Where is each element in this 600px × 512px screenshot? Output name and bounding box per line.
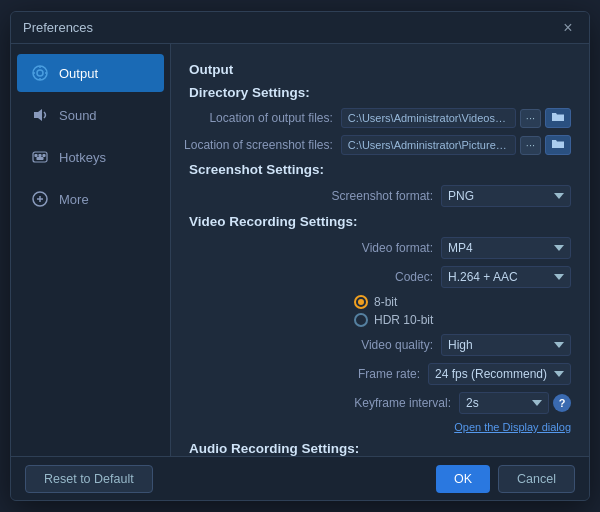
output-files-row: Location of output files: C:\Users\Admin… bbox=[189, 108, 571, 128]
screenshot-dots-button[interactable]: ··· bbox=[520, 136, 541, 155]
video-quality-label: Video quality: bbox=[283, 338, 433, 352]
screenshot-format-select[interactable]: PNG JPG BMP bbox=[441, 185, 571, 207]
sidebar: Output Sound bbox=[11, 44, 171, 456]
preferences-dialog: Preferences × Output bbox=[10, 11, 590, 501]
svg-marker-6 bbox=[34, 109, 42, 121]
video-quality-row: Video quality: High Medium Low bbox=[189, 334, 571, 356]
main-content: Output Sound bbox=[11, 44, 589, 456]
sidebar-item-sound[interactable]: Sound bbox=[17, 96, 164, 134]
keyframe-value: 2s 5s 10s ? bbox=[459, 392, 571, 414]
ok-button[interactable]: OK bbox=[436, 465, 490, 493]
screenshot-path-field: C:\Users\Administrator\Pictures\Ar bbox=[341, 135, 516, 155]
screenshot-format-row: Screenshot format: PNG JPG BMP bbox=[189, 185, 571, 207]
svg-rect-10 bbox=[43, 155, 45, 157]
screenshot-folder-button[interactable] bbox=[545, 135, 571, 155]
output-files-label: Location of output files: bbox=[183, 111, 333, 125]
sidebar-item-hotkeys[interactable]: Hotkeys bbox=[17, 138, 164, 176]
framerate-value: 24 fps (Recommend) 30 fps 60 fps bbox=[428, 363, 571, 385]
framerate-row: Frame rate: 24 fps (Recommend) 30 fps 60… bbox=[189, 363, 571, 385]
8bit-radio[interactable] bbox=[354, 295, 368, 309]
8bit-radio-row[interactable]: 8-bit bbox=[354, 295, 571, 309]
sidebar-sound-label: Sound bbox=[59, 108, 97, 123]
hdr-label: HDR 10-bit bbox=[374, 313, 433, 327]
screenshot-files-label: Location of screenshot files: bbox=[183, 138, 333, 152]
output-path-field: C:\Users\Administrator\Videos\Am bbox=[341, 108, 516, 128]
keyframe-label: Keyframe interval: bbox=[301, 396, 451, 410]
sidebar-more-label: More bbox=[59, 192, 89, 207]
keyframe-help-icon[interactable]: ? bbox=[553, 394, 571, 412]
display-dialog-link[interactable]: Open the Display dialog bbox=[189, 421, 571, 433]
output-files-value: C:\Users\Administrator\Videos\Am ··· bbox=[341, 108, 571, 128]
framerate-select[interactable]: 24 fps (Recommend) 30 fps 60 fps bbox=[428, 363, 571, 385]
video-section-title: Video Recording Settings: bbox=[189, 214, 571, 229]
dialog-title: Preferences bbox=[23, 20, 93, 35]
sidebar-output-label: Output bbox=[59, 66, 98, 81]
video-format-value: MP4 AVI MOV MKV bbox=[441, 237, 571, 259]
framerate-label: Frame rate: bbox=[270, 367, 420, 381]
close-button[interactable]: × bbox=[559, 19, 577, 37]
sound-icon bbox=[31, 106, 49, 124]
screenshot-section-title: Screenshot Settings: bbox=[189, 162, 571, 177]
output-folder-button[interactable] bbox=[545, 108, 571, 128]
bit-depth-group: 8-bit HDR 10-bit bbox=[354, 295, 571, 327]
screenshot-files-row: Location of screenshot files: C:\Users\A… bbox=[189, 135, 571, 155]
keyframe-select[interactable]: 2s 5s 10s bbox=[459, 392, 549, 414]
more-icon bbox=[31, 190, 49, 208]
cancel-button[interactable]: Cancel bbox=[498, 465, 575, 493]
svg-rect-8 bbox=[35, 155, 37, 157]
directory-section-title: Directory Settings: bbox=[189, 85, 571, 100]
video-format-select[interactable]: MP4 AVI MOV MKV bbox=[441, 237, 571, 259]
audio-section-title: Audio Recording Settings: bbox=[189, 441, 571, 456]
sidebar-hotkeys-label: Hotkeys bbox=[59, 150, 106, 165]
video-codec-row: Codec: H.264 + AAC H.265 + AAC VP9 bbox=[189, 266, 571, 288]
screenshot-format-value: PNG JPG BMP bbox=[441, 185, 571, 207]
8bit-label: 8-bit bbox=[374, 295, 397, 309]
reset-button[interactable]: Reset to Default bbox=[25, 465, 153, 493]
hdr-radio-row[interactable]: HDR 10-bit bbox=[354, 313, 571, 327]
video-format-label: Video format: bbox=[283, 241, 433, 255]
svg-rect-11 bbox=[37, 158, 43, 160]
hdr-radio[interactable] bbox=[354, 313, 368, 327]
output-dots-button[interactable]: ··· bbox=[520, 109, 541, 128]
video-quality-value: High Medium Low bbox=[441, 334, 571, 356]
svg-rect-9 bbox=[39, 155, 41, 157]
screenshot-format-label: Screenshot format: bbox=[283, 189, 433, 203]
video-codec-value: H.264 + AAC H.265 + AAC VP9 bbox=[441, 266, 571, 288]
output-icon bbox=[31, 64, 49, 82]
svg-point-0 bbox=[33, 66, 47, 80]
title-bar: Preferences × bbox=[11, 12, 589, 44]
footer-right-buttons: OK Cancel bbox=[436, 465, 575, 493]
content-area: Output Directory Settings: Location of o… bbox=[171, 44, 589, 456]
video-codec-label: Codec: bbox=[283, 270, 433, 284]
svg-point-1 bbox=[37, 70, 43, 76]
hotkeys-icon bbox=[31, 148, 49, 166]
sidebar-item-output[interactable]: Output bbox=[17, 54, 164, 92]
video-codec-select[interactable]: H.264 + AAC H.265 + AAC VP9 bbox=[441, 266, 571, 288]
footer: Reset to Default OK Cancel bbox=[11, 456, 589, 500]
screenshot-files-value: C:\Users\Administrator\Pictures\Ar ··· bbox=[341, 135, 571, 155]
sidebar-item-more[interactable]: More bbox=[17, 180, 164, 218]
keyframe-row: Keyframe interval: 2s 5s 10s ? bbox=[189, 392, 571, 414]
video-quality-select[interactable]: High Medium Low bbox=[441, 334, 571, 356]
page-title: Output bbox=[189, 62, 571, 77]
video-format-row: Video format: MP4 AVI MOV MKV bbox=[189, 237, 571, 259]
